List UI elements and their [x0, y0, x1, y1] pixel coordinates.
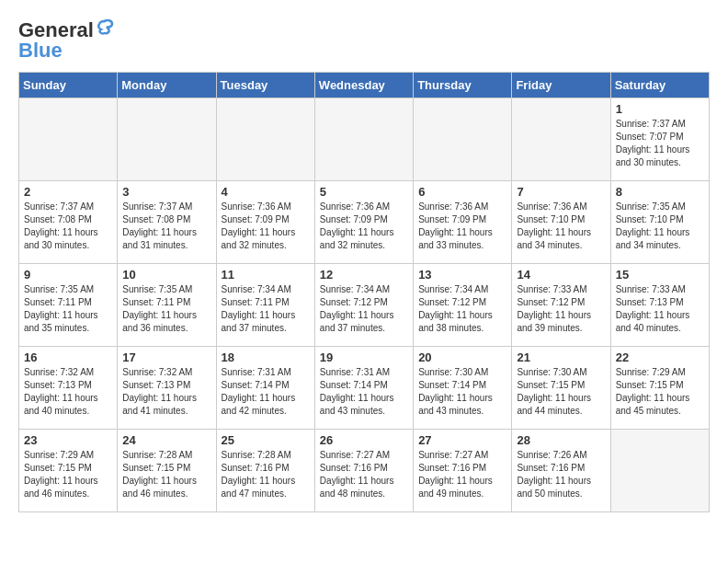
- day-number: 26: [320, 433, 408, 447]
- day-info: Sunrise: 7:32 AM Sunset: 7:13 PM Dayligh…: [122, 366, 210, 418]
- day-info: Sunrise: 7:35 AM Sunset: 7:11 PM Dayligh…: [122, 283, 210, 335]
- calendar-cell: 17 Sunrise: 7:32 AM Sunset: 7:13 PM Dayl…: [118, 347, 216, 430]
- day-number: 1: [616, 102, 704, 116]
- calendar-cell: 18 Sunrise: 7:31 AM Sunset: 7:14 PM Dayl…: [216, 347, 314, 430]
- day-info: Sunrise: 7:28 AM Sunset: 7:15 PM Dayligh…: [122, 449, 210, 500]
- calendar-cell: 1 Sunrise: 7:37 AM Sunset: 7:07 PM Dayli…: [610, 98, 709, 181]
- day-info: Sunrise: 7:34 AM Sunset: 7:12 PM Dayligh…: [418, 283, 506, 335]
- calendar-table: SundayMondayTuesdayWednesdayThursdayFrid…: [18, 72, 710, 512]
- day-number: 9: [24, 268, 112, 282]
- calendar-cell: 11 Sunrise: 7:34 AM Sunset: 7:11 PM Dayl…: [216, 264, 314, 347]
- column-header-wednesday: Wednesday: [314, 73, 413, 98]
- calendar-cell: 24 Sunrise: 7:28 AM Sunset: 7:15 PM Dayl…: [118, 430, 216, 512]
- calendar-cell: 7 Sunrise: 7:36 AM Sunset: 7:10 PM Dayli…: [512, 181, 610, 264]
- day-number: 8: [616, 185, 704, 199]
- day-info: Sunrise: 7:36 AM Sunset: 7:10 PM Dayligh…: [517, 201, 605, 252]
- calendar-cell: [19, 98, 118, 181]
- calendar-cell: 23 Sunrise: 7:29 AM Sunset: 7:15 PM Dayl…: [19, 430, 118, 512]
- day-info: Sunrise: 7:37 AM Sunset: 7:08 PM Dayligh…: [122, 201, 210, 252]
- day-info: Sunrise: 7:33 AM Sunset: 7:12 PM Dayligh…: [517, 283, 605, 335]
- day-info: Sunrise: 7:34 AM Sunset: 7:12 PM Dayligh…: [320, 283, 408, 335]
- day-number: 28: [517, 433, 605, 447]
- day-number: 27: [418, 433, 506, 447]
- calendar-cell: 25 Sunrise: 7:28 AM Sunset: 7:16 PM Dayl…: [216, 430, 314, 512]
- day-number: 16: [24, 350, 112, 364]
- calendar-cell: [314, 98, 413, 181]
- day-number: 21: [517, 350, 605, 364]
- calendar-cell: 13 Sunrise: 7:34 AM Sunset: 7:12 PM Dayl…: [414, 264, 512, 347]
- calendar-week-2: 2 Sunrise: 7:37 AM Sunset: 7:08 PM Dayli…: [19, 181, 710, 264]
- day-number: 10: [122, 268, 210, 282]
- day-info: Sunrise: 7:36 AM Sunset: 7:09 PM Dayligh…: [222, 201, 310, 252]
- calendar-cell: 4 Sunrise: 7:36 AM Sunset: 7:09 PM Dayli…: [216, 181, 314, 264]
- calendar-cell: 9 Sunrise: 7:35 AM Sunset: 7:11 PM Dayli…: [19, 264, 118, 347]
- calendar-cell: 2 Sunrise: 7:37 AM Sunset: 7:08 PM Dayli…: [19, 181, 118, 264]
- calendar-cell: 28 Sunrise: 7:26 AM Sunset: 7:16 PM Dayl…: [512, 430, 610, 512]
- calendar-header-row: SundayMondayTuesdayWednesdayThursdayFrid…: [19, 73, 710, 98]
- day-info: Sunrise: 7:33 AM Sunset: 7:13 PM Dayligh…: [616, 283, 704, 335]
- day-info: Sunrise: 7:32 AM Sunset: 7:13 PM Dayligh…: [24, 366, 112, 418]
- day-info: Sunrise: 7:35 AM Sunset: 7:11 PM Dayligh…: [24, 283, 112, 335]
- day-number: 23: [24, 433, 112, 447]
- calendar-cell: 22 Sunrise: 7:29 AM Sunset: 7:15 PM Dayl…: [610, 347, 709, 430]
- calendar-cell: 3 Sunrise: 7:37 AM Sunset: 7:08 PM Dayli…: [118, 181, 216, 264]
- day-number: 19: [320, 350, 408, 364]
- calendar-cell: 19 Sunrise: 7:31 AM Sunset: 7:14 PM Dayl…: [314, 347, 413, 430]
- calendar-week-4: 16 Sunrise: 7:32 AM Sunset: 7:13 PM Dayl…: [19, 347, 710, 430]
- day-info: Sunrise: 7:28 AM Sunset: 7:16 PM Dayligh…: [222, 449, 310, 500]
- day-number: 25: [222, 433, 310, 447]
- day-info: Sunrise: 7:30 AM Sunset: 7:14 PM Dayligh…: [418, 366, 506, 418]
- day-info: Sunrise: 7:31 AM Sunset: 7:14 PM Dayligh…: [320, 366, 408, 418]
- day-number: 20: [418, 350, 506, 364]
- calendar-cell: [216, 98, 314, 181]
- day-info: Sunrise: 7:37 AM Sunset: 7:07 PM Dayligh…: [616, 118, 704, 169]
- day-number: 13: [418, 268, 506, 282]
- column-header-friday: Friday: [512, 73, 610, 98]
- calendar-cell: 14 Sunrise: 7:33 AM Sunset: 7:12 PM Dayl…: [512, 264, 610, 347]
- day-info: Sunrise: 7:35 AM Sunset: 7:10 PM Dayligh…: [616, 201, 704, 252]
- day-number: 12: [320, 268, 408, 282]
- day-number: 3: [122, 185, 210, 199]
- calendar-cell: 16 Sunrise: 7:32 AM Sunset: 7:13 PM Dayl…: [19, 347, 118, 430]
- column-header-monday: Monday: [118, 73, 216, 98]
- calendar-week-1: 1 Sunrise: 7:37 AM Sunset: 7:07 PM Dayli…: [19, 98, 710, 181]
- calendar-cell: 27 Sunrise: 7:27 AM Sunset: 7:16 PM Dayl…: [414, 430, 512, 512]
- calendar-cell: [512, 98, 610, 181]
- calendar-cell: 12 Sunrise: 7:34 AM Sunset: 7:12 PM Dayl…: [314, 264, 413, 347]
- day-number: 5: [320, 185, 408, 199]
- day-info: Sunrise: 7:29 AM Sunset: 7:15 PM Dayligh…: [24, 449, 112, 500]
- column-header-tuesday: Tuesday: [216, 73, 314, 98]
- calendar-cell: 26 Sunrise: 7:27 AM Sunset: 7:16 PM Dayl…: [314, 430, 413, 512]
- page-header: General Blue: [18, 18, 710, 63]
- calendar-cell: 8 Sunrise: 7:35 AM Sunset: 7:10 PM Dayli…: [610, 181, 709, 264]
- day-number: 4: [222, 185, 310, 199]
- day-info: Sunrise: 7:36 AM Sunset: 7:09 PM Dayligh…: [320, 201, 408, 252]
- calendar-cell: 15 Sunrise: 7:33 AM Sunset: 7:13 PM Dayl…: [610, 264, 709, 347]
- calendar-body: 1 Sunrise: 7:37 AM Sunset: 7:07 PM Dayli…: [19, 98, 710, 512]
- day-number: 7: [517, 185, 605, 199]
- day-info: Sunrise: 7:31 AM Sunset: 7:14 PM Dayligh…: [222, 366, 310, 418]
- day-number: 18: [222, 350, 310, 364]
- logo-bird-icon: [96, 19, 114, 38]
- day-info: Sunrise: 7:30 AM Sunset: 7:15 PM Dayligh…: [517, 366, 605, 418]
- calendar-week-3: 9 Sunrise: 7:35 AM Sunset: 7:11 PM Dayli…: [19, 264, 710, 347]
- day-info: Sunrise: 7:27 AM Sunset: 7:16 PM Dayligh…: [320, 449, 408, 500]
- day-number: 2: [24, 185, 112, 199]
- calendar-cell: [414, 98, 512, 181]
- logo: General Blue: [18, 18, 114, 63]
- day-number: 22: [616, 350, 704, 364]
- day-number: 17: [122, 350, 210, 364]
- day-info: Sunrise: 7:37 AM Sunset: 7:08 PM Dayligh…: [24, 201, 112, 252]
- calendar-cell: 21 Sunrise: 7:30 AM Sunset: 7:15 PM Dayl…: [512, 347, 610, 430]
- day-info: Sunrise: 7:36 AM Sunset: 7:09 PM Dayligh…: [418, 201, 506, 252]
- column-header-saturday: Saturday: [610, 73, 709, 98]
- calendar-cell: 20 Sunrise: 7:30 AM Sunset: 7:14 PM Dayl…: [414, 347, 512, 430]
- day-info: Sunrise: 7:34 AM Sunset: 7:11 PM Dayligh…: [222, 283, 310, 335]
- calendar-cell: [610, 430, 709, 512]
- day-number: 15: [616, 268, 704, 282]
- calendar-cell: [118, 98, 216, 181]
- day-info: Sunrise: 7:26 AM Sunset: 7:16 PM Dayligh…: [517, 449, 605, 500]
- day-number: 14: [517, 268, 605, 282]
- calendar-week-5: 23 Sunrise: 7:29 AM Sunset: 7:15 PM Dayl…: [19, 430, 710, 512]
- day-number: 24: [122, 433, 210, 447]
